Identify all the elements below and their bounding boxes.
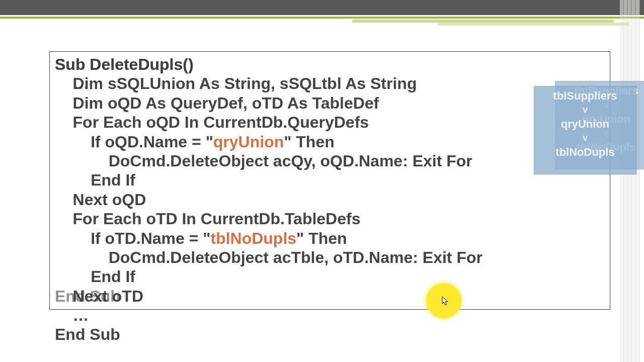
code-box: Sub DeleteDupls() … End Sub Sub DeleteDu… [49,51,610,310]
slide-body: Sub DeleteDupls() … End Sub Sub DeleteDu… [0,25,644,362]
code-line: Sub DeleteDupls() [55,55,194,73]
code-over-layer: Sub DeleteDupls() Dim sSQLUnion As Strin… [50,52,610,344]
panel-arrow-icon: v [534,105,636,115]
code-line: DoCmd.DeleteObject acTble, oTD.Name: Exi… [55,248,482,266]
code-line: End Sub [55,325,120,343]
code-line: Dim sSQLUnion As String, sSQLtbl As Stri… [55,74,417,93]
code-line: DoCmd.DeleteObject acQy, oQD.Name: Exit … [55,152,472,170]
highlight-tblnodupls: tblNoDupls [210,229,296,247]
code-line: If oQD.Name = "qryUnion" Then [55,133,335,151]
code-line: End If [55,171,135,189]
panel-item: tblSuppliers [534,89,636,103]
code-line: For Each oQD In CurrentDb.QueryDefs [55,113,369,131]
panel-item: tblNoDupls [534,146,636,159]
code-line: Dim oQD As QueryDef, oTD As TableDef [55,94,379,112]
code-line: For Each oTD In CurrentDb.TableDefs [55,210,360,228]
code-line: Next oTD [55,287,143,305]
panel-arrow-icon: v [534,133,636,143]
top-strip [0,0,644,15]
flow-panel: tblSuppliers v qryUnion v tblNoDupls [534,86,636,174]
cursor-icon [442,296,449,306]
highlight-qryunion: qryUnion [213,133,284,151]
code-line: If oTD.Name = "tblNoDupls" Then [55,229,347,247]
code-line: … [55,306,89,324]
code-line: End If [55,267,135,286]
panel-item: qryUnion [534,118,636,131]
code-line: Next oQD [55,191,146,209]
accent-bar [0,15,644,25]
